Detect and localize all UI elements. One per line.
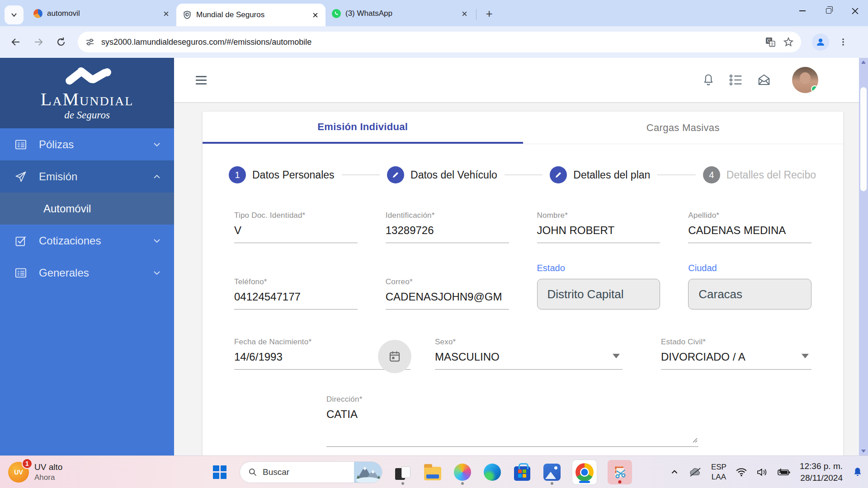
- tab-close-icon[interactable]: [161, 9, 171, 19]
- new-tab-button[interactable]: +: [482, 7, 496, 21]
- window-controls: [789, 0, 868, 22]
- telefono-input[interactable]: 04124547177: [234, 291, 358, 310]
- edge-button[interactable]: [483, 463, 502, 482]
- onedrive-offline-icon[interactable]: [689, 467, 702, 478]
- minimize-button[interactable]: [789, 0, 816, 22]
- page-scrollbar[interactable]: [859, 58, 868, 455]
- tab-close-icon[interactable]: [310, 10, 320, 20]
- forward-button[interactable]: [29, 33, 48, 52]
- tab-mundial-de-seguros[interactable]: Mundial de Seguros: [176, 4, 326, 26]
- taskbar-search[interactable]: Buscar: [240, 461, 382, 483]
- browser-menu-button[interactable]: [834, 33, 853, 52]
- reload-button[interactable]: [52, 33, 71, 52]
- file-explorer-button[interactable]: [423, 463, 442, 482]
- step-datos-personales[interactable]: 1 Datos Personales: [229, 166, 335, 183]
- browser-profile-button[interactable]: [812, 33, 829, 51]
- back-button[interactable]: [6, 33, 25, 52]
- widget-subtitle: Ahora: [34, 473, 62, 482]
- notifications-bell-icon[interactable]: [702, 73, 715, 87]
- sidebar-item-automovil-active[interactable]: Automóvil: [0, 192, 174, 225]
- apellido-input[interactable]: CADENAS MEDINA: [688, 224, 811, 243]
- svg-text:文: 文: [770, 42, 774, 47]
- sidebar-item-generales[interactable]: Generales: [0, 257, 174, 289]
- close-button[interactable]: [842, 0, 868, 22]
- datepicker-button[interactable]: [378, 340, 411, 373]
- resize-grip-icon[interactable]: [691, 436, 698, 443]
- personal-data-form: Tipo Doc. Identidad* V Identificación* 1…: [234, 211, 811, 447]
- chrome-button-active[interactable]: [572, 460, 597, 484]
- url-text[interactable]: sys2000.lamundialdeseguros.com/#/emissio…: [101, 38, 758, 47]
- weather-widget[interactable]: UV 1 UV alto Ahora: [8, 462, 62, 483]
- forward-icon: [33, 37, 44, 47]
- screen: automovil Mundial de Seguros (3) WhatsAp…: [0, 0, 868, 488]
- field-estado: Estado Distrito Capital: [537, 263, 660, 310]
- chevron-up-icon: [152, 172, 161, 181]
- battery-charging-icon[interactable]: [777, 467, 791, 477]
- estado-civil-select[interactable]: DIVORCIADO / A: [661, 351, 811, 370]
- tab-whatsapp[interactable]: (3) WhatsApp: [326, 4, 475, 23]
- scrollbar-thumb[interactable]: [860, 87, 867, 191]
- address-bar[interactable]: sys2000.lamundialdeseguros.com/#/emissio…: [78, 32, 801, 52]
- clock[interactable]: 12:36 p. m. 28/11/2024: [800, 460, 843, 483]
- identificacion-input[interactable]: 13289726: [386, 224, 509, 243]
- sidebar-background: [0, 289, 174, 455]
- task-list-icon[interactable]: [729, 73, 743, 87]
- keyboard-language-indicator[interactable]: ESP LAA: [711, 462, 726, 482]
- mail-icon[interactable]: [757, 73, 771, 87]
- chevron-down-icon: [152, 236, 161, 245]
- bookmark-button[interactable]: [783, 37, 794, 47]
- sidebar-item-cotizaciones[interactable]: Cotizaciones: [0, 225, 174, 257]
- calendar-icon: [388, 350, 401, 363]
- scroll-up-arrow-icon[interactable]: [861, 61, 866, 64]
- wifi-icon[interactable]: [736, 467, 747, 477]
- estado-select[interactable]: Distrito Capital: [537, 279, 660, 310]
- microsoft-store-button[interactable]: [513, 463, 532, 482]
- taskbar-notification-bell-icon[interactable]: [852, 466, 863, 478]
- translate-button[interactable]: G文: [765, 37, 776, 47]
- dropdown-caret-icon[interactable]: [613, 354, 620, 358]
- sidebar-item-emision[interactable]: Emisión: [0, 160, 174, 192]
- chrome-icon: [576, 463, 594, 481]
- step-detalles-recibo[interactable]: 4 Detalles del Recibo: [703, 166, 816, 183]
- start-button[interactable]: [211, 463, 229, 481]
- step-detalles-plan[interactable]: Detalles del plan: [550, 166, 650, 183]
- tray-time: 12:36 p. m.: [800, 460, 843, 472]
- user-avatar[interactable]: [792, 67, 818, 93]
- sexo-select[interactable]: MASCULINO: [435, 351, 623, 370]
- policies-icon: [14, 138, 27, 151]
- tab-emision-individual[interactable]: Emisión Individual: [203, 112, 523, 144]
- dropdown-caret-icon[interactable]: [802, 354, 809, 358]
- copilot-button[interactable]: [453, 463, 472, 482]
- sidebar-item-polizas[interactable]: Pólizas: [0, 128, 174, 160]
- correo-input[interactable]: CADENASJOHN9@GM: [386, 291, 509, 310]
- tipo-doc-input[interactable]: V: [234, 224, 358, 243]
- photos-button[interactable]: [542, 463, 561, 482]
- tab-cargas-masivas[interactable]: Cargas Masivas: [523, 112, 844, 144]
- sidebar: LaMundial de Seguros Pólizas Emisión Aut…: [0, 58, 174, 455]
- ciudad-select[interactable]: Caracas: [688, 279, 811, 310]
- step-datos-vehiculo[interactable]: Datos del Vehículo: [387, 166, 497, 183]
- tab-title: Mundial de Seguros: [196, 10, 310, 19]
- volume-icon[interactable]: [756, 467, 768, 477]
- form-row-3: Fecha de Nacimiento* 14/6/1993 Sexo* MAS…: [234, 338, 811, 370]
- tab-automovil[interactable]: automovil: [27, 4, 176, 23]
- tray-chevron-up-icon[interactable]: [670, 467, 679, 477]
- scroll-down-arrow-icon[interactable]: [861, 450, 866, 453]
- tray-date: 28/11/2024: [800, 472, 843, 484]
- site-info-icon[interactable]: [85, 37, 95, 47]
- tab-search-button[interactable]: [5, 5, 24, 24]
- task-view-icon: [395, 466, 410, 480]
- copilot-icon: [454, 464, 471, 481]
- logo-tagline: de Seguros: [64, 109, 110, 121]
- direccion-textarea[interactable]: CATIA: [326, 408, 698, 447]
- nombre-input[interactable]: JOHN ROBERT: [537, 224, 660, 243]
- task-view-button[interactable]: [393, 463, 412, 482]
- header-actions: [702, 67, 818, 93]
- step-connector: [657, 174, 695, 175]
- tab-title: automovil: [47, 9, 161, 18]
- whatsapp-favicon: [332, 9, 341, 18]
- menu-toggle-button[interactable]: [196, 76, 207, 84]
- restore-button[interactable]: [816, 0, 842, 22]
- snipping-tool-button[interactable]: [608, 460, 632, 484]
- tab-close-icon[interactable]: [459, 9, 469, 19]
